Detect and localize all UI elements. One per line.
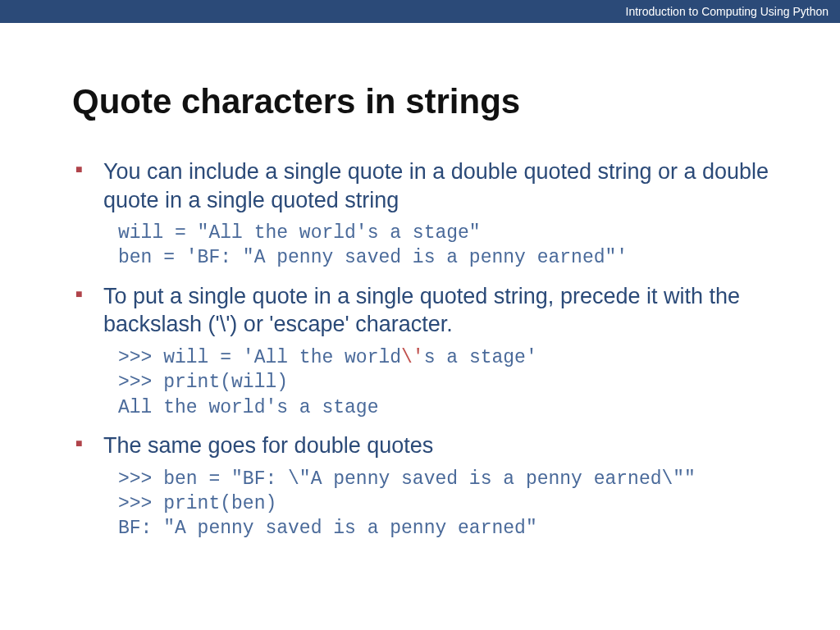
code-block: will = "All the world's a stage" ben = '… [118, 221, 774, 271]
code-block: >>> ben = "BF: \"A penny saved is a penn… [118, 467, 774, 541]
bullet-text: To put a single quote in a single quoted… [103, 282, 774, 339]
code-pre: >>> will = 'All the world [118, 347, 401, 368]
slide-content: Quote characters in strings You can incl… [0, 23, 840, 541]
list-item: You can include a single quote in a doub… [72, 158, 774, 271]
course-label: Introduction to Computing Using Python [626, 5, 829, 18]
code-block: >>> will = 'All the world\'s a stage' >>… [118, 345, 774, 420]
bullet-text: The same goes for double quotes [103, 431, 774, 460]
list-item: The same goes for double quotes >>> ben … [72, 431, 774, 541]
list-item: To put a single quote in a single quoted… [72, 282, 774, 420]
bullet-list: You can include a single quote in a doub… [72, 158, 774, 541]
page-title: Quote characters in strings [72, 82, 774, 121]
bullet-text: You can include a single quote in a doub… [103, 158, 774, 214]
escape-sequence: \' [401, 347, 424, 368]
header-bar: Introduction to Computing Using Python [0, 0, 840, 23]
